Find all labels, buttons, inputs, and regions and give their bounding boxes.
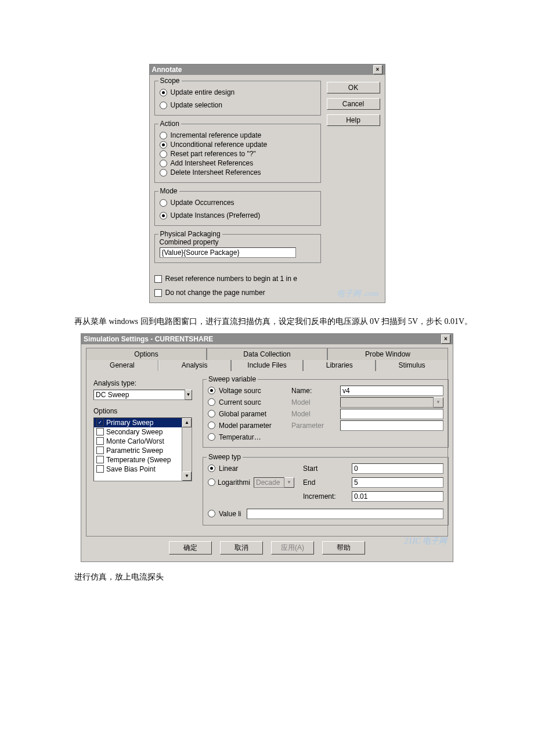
tab-stimulus[interactable]: Stimulus	[376, 359, 448, 371]
annotate-title: Annotate	[152, 64, 182, 75]
help-button[interactable]: Help	[327, 114, 380, 126]
sv-name-label: Name:	[291, 387, 338, 395]
combined-property-label: Combined property	[160, 238, 316, 246]
list-item-save-bias[interactable]: Save Bias Point	[94, 465, 182, 474]
analysis-tab-panel: Analysis type: ▼ Options Primary Sweep S…	[86, 371, 448, 537]
cancel-button[interactable]: 取消	[220, 541, 263, 555]
scope-selection-radio[interactable]: Update selection	[160, 101, 316, 109]
tab-general[interactable]: General	[86, 359, 158, 371]
cancel-button[interactable]: Cancel	[327, 98, 380, 110]
tab-include-files[interactable]: Include Files	[231, 359, 304, 371]
paragraph-2: 进行仿真，放上电流探头	[58, 570, 476, 584]
simset-titlebar[interactable]: Simulation Settings - CURRENTSHARE ×	[81, 334, 453, 344]
scope-entire-radio[interactable]: Update entire design	[160, 88, 316, 96]
options-listbox[interactable]: Primary Sweep Secondary Sweep Monte Carl…	[93, 417, 192, 481]
sv-current-radio[interactable]: Current sourc	[208, 398, 289, 406]
chevron-down-icon[interactable]: ▼	[185, 390, 192, 400]
tab-probe-window[interactable]: Probe Window	[327, 348, 448, 360]
sv-param-input	[340, 420, 443, 431]
keep-page-number-checkbox[interactable]: Do not change the page number	[154, 289, 380, 297]
listbox-scrollbar[interactable]: ▲ ▼	[182, 418, 192, 481]
list-item-primary-sweep[interactable]: Primary Sweep	[94, 418, 182, 427]
tab-analysis[interactable]: Analysis	[158, 359, 231, 371]
close-icon[interactable]: ×	[373, 65, 383, 74]
paragraph-1: 再从菜单 windows 回到电路图窗口，进行直流扫描仿真，设定我们反串的电压源…	[58, 315, 476, 329]
list-item-secondary-sweep[interactable]: Secondary Sweep	[94, 427, 182, 437]
list-item-parametric-sweep[interactable]: Parametric Sweep	[94, 446, 182, 455]
sv-model-label-1: Model	[291, 398, 338, 406]
sv-name-input[interactable]	[340, 386, 443, 396]
sv-model-radio[interactable]: Model parameter	[208, 422, 289, 430]
list-item-monte-carlo[interactable]: Monte Carlo/Worst	[94, 437, 182, 446]
analysis-type-label: Analysis type:	[93, 379, 192, 387]
st-start-input[interactable]	[352, 463, 443, 474]
simset-title: Simulation Settings - CURRENTSHARE	[84, 334, 213, 344]
st-valuelist-input	[247, 509, 443, 519]
mode-occurrences-radio[interactable]: Update Occurrences	[160, 199, 316, 207]
scope-group: Scope Update entire design Update select…	[154, 81, 321, 116]
tab-libraries[interactable]: Libraries	[303, 359, 376, 371]
tab-options[interactable]: Options	[86, 348, 207, 360]
packaging-legend: Physical Packaging	[158, 230, 222, 238]
st-linear-radio[interactable]: Linear	[208, 465, 301, 473]
sv-model-input	[340, 409, 443, 419]
mode-group: Mode Update Occurrences Update Instances…	[154, 191, 321, 226]
annotate-dialog: Annotate × Scope Update entire design Up…	[149, 64, 385, 303]
apply-button[interactable]: 应用(A)	[271, 541, 314, 555]
analysis-type-value[interactable]	[93, 390, 185, 400]
chevron-down-icon: ▼	[434, 397, 443, 408]
scroll-up-icon[interactable]: ▲	[182, 418, 192, 427]
sweep-type-group: Sweep typ Linear Start Logarithmi ▼	[203, 457, 449, 525]
sv-model-combo: ▼	[340, 397, 443, 408]
chevron-down-icon: ▼	[284, 477, 294, 488]
action-group: Action Incremental reference update Unco…	[154, 124, 321, 183]
sweep-variable-legend: Sweep variable	[207, 375, 258, 383]
packaging-group: Physical Packaging Combined property	[154, 234, 321, 263]
analysis-type-combo[interactable]: ▼	[93, 390, 192, 400]
sv-global-radio[interactable]: Global paramet	[208, 410, 289, 418]
options-label: Options	[93, 407, 192, 415]
scroll-down-icon[interactable]: ▼	[182, 471, 192, 481]
action-legend: Action	[158, 120, 181, 128]
sweep-variable-group: Sweep variable Voltage sourc Name: Curre…	[203, 379, 449, 448]
combined-property-input[interactable]	[160, 247, 296, 258]
sv-voltage-radio[interactable]: Voltage sourc	[208, 387, 289, 395]
action-reset-radio[interactable]: Reset part references to "?"	[160, 150, 316, 158]
sweep-type-legend: Sweep typ	[207, 453, 243, 461]
ok-button[interactable]: 确定	[169, 541, 212, 555]
reset-numbers-checkbox[interactable]: Reset reference numbers to begin at 1 in…	[154, 275, 380, 283]
st-inc-label: Increment:	[303, 492, 349, 501]
annotate-titlebar[interactable]: Annotate ×	[150, 64, 385, 75]
simulation-settings-dialog: Simulation Settings - CURRENTSHARE × Opt…	[81, 333, 453, 562]
mode-legend: Mode	[158, 187, 179, 195]
scope-legend: Scope	[158, 77, 182, 85]
st-end-label: End	[303, 478, 349, 487]
action-del-intersheet-radio[interactable]: Delete Intersheet References	[160, 168, 316, 177]
st-end-input[interactable]	[352, 477, 443, 488]
close-icon[interactable]: ×	[441, 334, 450, 344]
help-button[interactable]: 帮助	[322, 541, 365, 555]
action-unconditional-radio[interactable]: Unconditional reference update	[160, 141, 316, 149]
ok-button[interactable]: OK	[327, 82, 380, 93]
sv-temperature-radio[interactable]: Temperatur…	[208, 433, 289, 441]
sv-param-label: Parameter	[291, 422, 338, 430]
st-inc-input[interactable]	[352, 491, 443, 502]
sv-model-label-2: Model	[291, 410, 338, 418]
tab-data-collection[interactable]: Data Collection	[207, 348, 327, 360]
st-log-radio[interactable]: Logarithmi ▼	[208, 477, 301, 488]
st-valuelist-radio[interactable]: Value li	[208, 509, 443, 519]
st-start-label: Start	[303, 465, 349, 473]
list-item-temperature-sweep[interactable]: Temperature (Sweep	[94, 455, 182, 465]
mode-instances-radio[interactable]: Update Instances (Preferred)	[160, 211, 316, 219]
action-incremental-radio[interactable]: Incremental reference update	[160, 131, 316, 139]
action-add-intersheet-radio[interactable]: Add Intersheet References	[160, 159, 316, 167]
